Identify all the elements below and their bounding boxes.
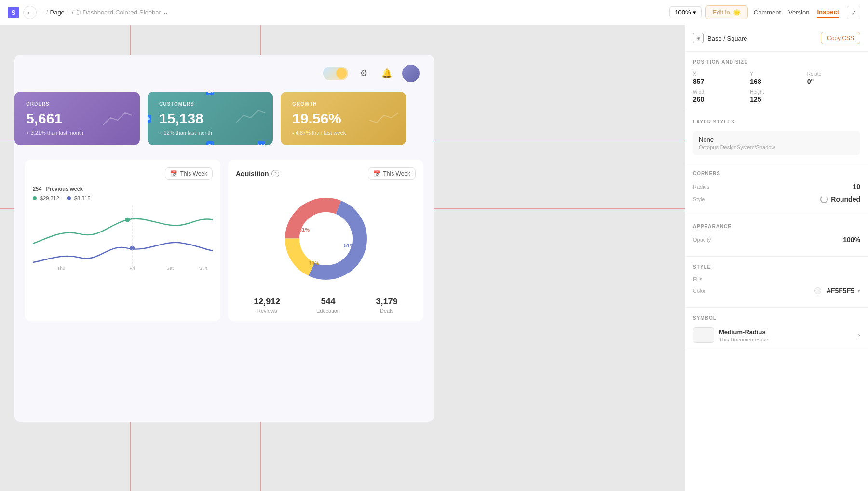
theme-toggle[interactable] — [323, 67, 348, 80]
style-value: Rounded — [831, 195, 860, 203]
svg-text:Sat: Sat — [166, 265, 174, 271]
growth-label: GROWTH — [292, 101, 394, 107]
orders-card: ORDERS 5,661 + 3,21% than last month — [14, 92, 140, 145]
x-label: X — [693, 71, 746, 77]
radius-label: Radius — [693, 184, 853, 190]
component-name-display: ⊞ Base / Square — [693, 33, 747, 43]
y-label: Y — [750, 71, 803, 77]
symbol-navigate-icon[interactable]: › — [858, 331, 860, 340]
customers-card[interactable]: Medium-Radius → 43 20 147 46 CUSTOMERS 1… — [148, 92, 273, 145]
prev-week-label: Previous week — [46, 186, 83, 191]
layer-style-source: Octopus-DesignSystem/Shadow — [699, 144, 854, 150]
edit-button[interactable]: Edit in 🌟 — [705, 5, 748, 19]
growth-change: - 4,87% than last week — [292, 130, 394, 136]
back-button[interactable]: ← — [23, 6, 37, 19]
legend-item-2: $8,315 — [67, 195, 91, 201]
handle-left: 20 — [148, 115, 151, 123]
topbar-right: Comment Version Inspect ⤢ — [754, 6, 860, 19]
education-value: 544 — [316, 297, 340, 307]
canvas-area[interactable]: ⚙ 🔔 ORDERS 5,661 + 3,21% than last month — [0, 25, 685, 491]
this-week-button-1[interactable]: 📅 This Week — [165, 167, 213, 180]
zoom-value: 100% — [675, 9, 691, 16]
handle-bottom: 46 — [206, 141, 214, 145]
copy-css-button[interactable]: Copy CSS — [821, 32, 860, 44]
chart-legend: $29,312 $8,315 — [33, 195, 213, 201]
calendar-icon: 📅 — [170, 170, 177, 177]
customers-change: + 12% than last month — [159, 130, 261, 136]
color-chevron-icon: ▾ — [857, 287, 860, 294]
layer-style-name: None — [699, 136, 854, 143]
component-name-label: Base / Square — [707, 35, 747, 42]
help-icon: ? — [271, 170, 279, 177]
breadcrumb: □ / Page 1 / ⬡ Dashboard-Colored-Sidebar… — [41, 9, 168, 16]
charts-section: 📅 This Week 254 Previous week $29,312 — [14, 150, 434, 321]
prev-week-info: 254 Previous week — [33, 186, 213, 191]
radius-value: 10 — [853, 183, 860, 191]
notifications-icon[interactable]: 🔔 — [379, 66, 394, 81]
acq-chart-header: Aquisition ? 📅 This Week — [236, 167, 416, 180]
zoom-control[interactable]: 100% ▾ — [669, 6, 701, 18]
width: Width 260 — [693, 89, 746, 103]
acq-stat-reviews: 12,912 Reviews — [254, 297, 280, 314]
main-layout: ⚙ 🔔 ORDERS 5,661 + 3,21% than last month — [0, 25, 868, 491]
layer-styles-title: LAYER STYLES — [693, 119, 860, 124]
version-tab[interactable]: Version — [788, 7, 809, 18]
style-title: STYLE — [693, 264, 860, 270]
page-name[interactable]: Page 1 — [50, 9, 69, 16]
legend-dot-2 — [67, 196, 71, 200]
edit-emoji-icon: 🌟 — [733, 9, 741, 16]
color-row: Color #F5F5F5 ▾ — [693, 287, 860, 295]
opacity-label: Opacity — [693, 237, 843, 243]
layer-style-row: None Octopus-DesignSystem/Shadow — [693, 131, 860, 155]
corners-section: CORNERS Radius 10 Style Rounded — [685, 163, 868, 216]
opacity-row: Opacity 100% — [693, 236, 860, 244]
expand-panel-button[interactable]: ⤢ — [847, 6, 860, 19]
symbol-info: Medium-Radius This Document/Base — [719, 328, 853, 342]
this-week-button-2[interactable]: 📅 This Week — [368, 167, 416, 180]
legend-dot-1 — [33, 196, 37, 200]
rounded-icon — [820, 195, 828, 203]
svg-text:18%: 18% — [308, 260, 319, 266]
width-value: 260 — [693, 95, 746, 103]
color-swatch — [814, 287, 821, 294]
symbol-source: This Document/Base — [719, 337, 853, 342]
settings-icon[interactable]: ⚙ — [356, 66, 371, 81]
height-value: 125 — [750, 95, 803, 103]
dashboard-topbar: ⚙ 🔔 — [14, 55, 434, 92]
donut-chart-container: 31% 51% 18% — [236, 186, 416, 292]
reviews-label: Reviews — [254, 308, 280, 314]
calendar-icon-2: 📅 — [373, 170, 380, 177]
inspect-tab[interactable]: Inspect — [817, 6, 839, 18]
growth-sparkline — [369, 108, 398, 129]
color-display[interactable]: #F5F5F5 ▾ — [814, 287, 860, 295]
stat-cards-row: ORDERS 5,661 + 3,21% than last month Med… — [14, 92, 434, 145]
layer-styles-section: LAYER STYLES None Octopus-DesignSystem/S… — [685, 111, 868, 163]
position-size-grid: X 857 Y 168 Rotate 0° Width 260 Height — [693, 71, 860, 103]
deals-label: Deals — [376, 308, 398, 314]
topbar-left: S ← □ / Page 1 / ⬡ Dashboard-Colored-Sid… — [8, 6, 664, 19]
design-name[interactable]: ⬡ Dashboard-Colored-Sidebar ⌄ — [75, 9, 168, 16]
radius-row: Radius 10 — [693, 183, 860, 191]
fills-label: Fills — [693, 276, 860, 282]
zoom-chevron-icon: ▾ — [693, 9, 696, 16]
position-size-title: POSITION AND SIZE — [693, 59, 860, 65]
design-icon: ⬡ — [75, 9, 81, 16]
line-chart-card: 📅 This Week 254 Previous week $29,312 — [25, 160, 220, 321]
app-logo[interactable]: S — [8, 7, 19, 18]
position-size-section: POSITION AND SIZE X 857 Y 168 Rotate 0° … — [685, 52, 868, 111]
comment-tab[interactable]: Comment — [754, 7, 781, 18]
panel-top: ⊞ Base / Square Copy CSS — [685, 25, 868, 52]
component-icon: ⊞ — [693, 33, 704, 43]
topbar: S ← □ / Page 1 / ⬡ Dashboard-Colored-Sid… — [0, 0, 868, 25]
corners-title: CORNERS — [693, 171, 860, 176]
separator-2: / — [72, 9, 74, 16]
education-label: Education — [316, 308, 340, 314]
color-hex-value: #F5F5F5 — [827, 287, 854, 295]
customers-sparkline — [236, 108, 265, 129]
height: Height 125 — [750, 89, 803, 103]
y-position: Y 168 — [750, 71, 803, 85]
symbol-row[interactable]: Medium-Radius This Document/Base › — [693, 327, 860, 343]
user-avatar[interactable] — [402, 65, 420, 82]
acquisition-stats: 12,912 Reviews 544 Education 3,179 Deals — [236, 297, 416, 314]
acq-stat-deals: 3,179 Deals — [376, 297, 398, 314]
